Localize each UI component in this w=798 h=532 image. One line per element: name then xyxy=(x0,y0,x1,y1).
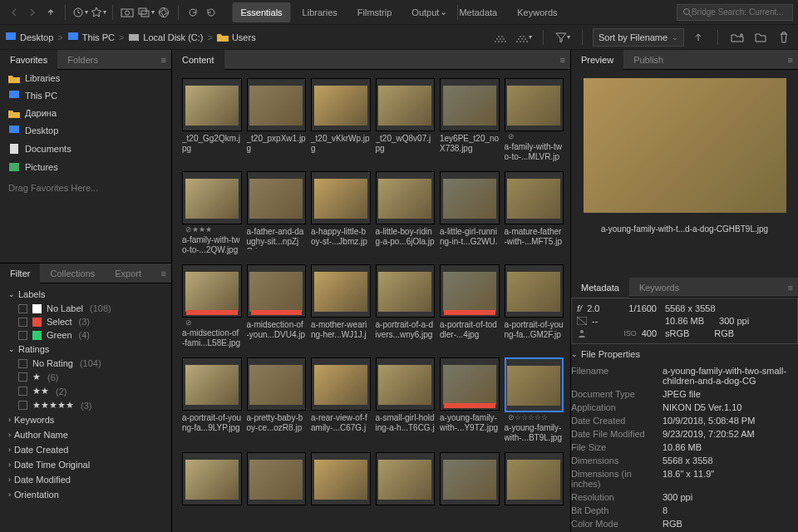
breadcrumb-item[interactable]: Desktop xyxy=(5,32,53,43)
workspace-libraries[interactable]: Libraries xyxy=(294,2,346,22)
checkbox[interactable] xyxy=(18,331,27,340)
thumbnail[interactable]: a-small-girl-holding-a-h...T6CG.jpg xyxy=(376,357,436,446)
tab-preview[interactable]: Preview xyxy=(571,50,623,70)
thumbnail[interactable]: _t20_wQ8v07.jpg xyxy=(376,78,436,165)
thumbnail[interactable]: _t20_Gg2Qkm.jpg xyxy=(182,78,242,165)
get-photos-button[interactable] xyxy=(118,3,136,22)
thumbnail[interactable]: a-midsection-of-youn...DVU4.jpg xyxy=(247,264,307,351)
tab-keywords[interactable]: Keywords xyxy=(629,278,689,298)
workspace-filmstrip[interactable]: Filmstrip xyxy=(349,2,401,22)
thumbnail[interactable]: a-portrait-of-a-divers...wny6.jpg xyxy=(376,264,436,351)
panel-menu-button[interactable]: ≡ xyxy=(555,55,570,65)
thumbnail[interactable]: ⊘a-family-with-two-to-...MLVR.jpg xyxy=(505,78,564,165)
thumbnail[interactable]: a-portrait-of-toddler-...4jpg xyxy=(440,264,500,351)
thumbnail[interactable]: a-young-family-with-...Y9TZ.jpg xyxy=(440,357,500,446)
tab-collections[interactable]: Collections xyxy=(40,264,105,283)
thumbnail[interactable] xyxy=(376,452,436,530)
favorite-item[interactable]: Desktop xyxy=(0,121,171,140)
workspace-essentials[interactable]: Essentials xyxy=(232,2,290,22)
panel-menu-button[interactable]: ≡ xyxy=(783,283,798,293)
checkbox[interactable] xyxy=(18,304,27,313)
filter-label-row[interactable]: Select(3) xyxy=(0,315,171,328)
search-input[interactable] xyxy=(692,7,787,17)
thumbnail[interactable]: ⊘☆☆☆☆☆a-young-family-with-...BT9L.jpg xyxy=(505,357,564,446)
preview-image[interactable] xyxy=(584,78,786,213)
thumbnail[interactable]: _t20_pxpXw1.jpg xyxy=(247,78,307,165)
thumbnail-quality-menu[interactable]: ▾ xyxy=(515,28,533,47)
filter-label-row[interactable]: No Label(108) xyxy=(0,302,171,315)
breadcrumb-item[interactable]: This PC xyxy=(67,32,115,43)
new-folder-button[interactable] xyxy=(728,28,746,47)
tab-metadata[interactable]: Metadata xyxy=(571,278,629,298)
filter-rating-row[interactable]: No Rating(104) xyxy=(0,357,171,370)
back-button[interactable] xyxy=(5,3,23,22)
filter-rating-row[interactable]: ★(6) xyxy=(0,370,171,384)
workspace-keywords[interactable]: Keywords xyxy=(509,2,565,22)
panel-menu-button[interactable]: ≡ xyxy=(783,55,798,65)
up-button[interactable] xyxy=(42,3,60,22)
filter-section-header[interactable]: ›Date Created xyxy=(0,442,171,457)
sort-asc-button[interactable] xyxy=(689,28,707,47)
filter-label-row[interactable]: Green(4) xyxy=(0,328,171,342)
favorite-item[interactable]: Дарина xyxy=(0,105,171,121)
thumbnail[interactable]: a-little-boy-riding-a-po...6jOla.jpg xyxy=(376,171,436,258)
filter-rating-row[interactable]: ★★(2) xyxy=(0,384,171,398)
open-camera-raw-button[interactable]: ▾ xyxy=(136,3,155,22)
thumbnail[interactable]: a-portrait-of-young-fa...9LYP.jpg xyxy=(182,357,242,446)
thumbnail[interactable]: a-mother-wearing-her...WJ1J.jpg xyxy=(311,264,371,351)
search-box[interactable] xyxy=(677,4,793,21)
thumbnail[interactable] xyxy=(182,452,242,530)
rotate-ccw-button[interactable] xyxy=(184,3,202,22)
checkbox[interactable] xyxy=(18,387,27,396)
checkbox[interactable] xyxy=(18,401,27,410)
filter-section-header[interactable]: ›Date Time Original xyxy=(0,457,171,472)
filter-section-header[interactable]: ›Orientation xyxy=(0,487,171,502)
tab-filter[interactable]: Filter xyxy=(0,264,40,283)
favorites-button[interactable]: ▾ xyxy=(89,3,107,22)
forward-button[interactable] xyxy=(23,3,42,22)
tab-folders[interactable]: Folders xyxy=(57,50,108,70)
open-recent-button[interactable] xyxy=(751,28,770,47)
favorite-item[interactable]: Documents xyxy=(0,140,171,158)
panel-menu-button[interactable]: ≡ xyxy=(156,268,171,278)
tab-publish[interactable]: Publish xyxy=(623,50,673,70)
file-properties-header[interactable]: ⌄File Properties xyxy=(571,344,798,364)
thumbnail[interactable] xyxy=(311,452,371,530)
filter-rating-row[interactable]: ★★★★★(3) xyxy=(0,398,171,412)
workspace-output[interactable]: Output xyxy=(403,2,447,22)
tab-favorites[interactable]: Favorites xyxy=(0,50,57,70)
checkbox[interactable] xyxy=(18,318,27,327)
checkbox[interactable] xyxy=(18,372,27,382)
filter-section-header[interactable]: ›Keywords xyxy=(0,412,171,427)
panel-menu-button[interactable]: ≡ xyxy=(156,55,171,65)
favorite-item[interactable]: Pictures xyxy=(0,158,171,176)
workspace-metadata[interactable]: Metadata xyxy=(451,2,505,22)
thumbnail[interactable] xyxy=(505,452,564,530)
thumbnail[interactable]: a-father-and-daughy-sit...npZjQ.jpg xyxy=(247,171,307,258)
thumbnail[interactable]: 1ey6PE_t20_noX738.jpg xyxy=(440,78,500,165)
thumbnail[interactable]: a-rear-view-of-family-...C67G.jpg xyxy=(311,357,371,446)
thumbnail[interactable]: a-portrait-of-young-fa...GM2F.jpg xyxy=(505,264,564,351)
favorite-item[interactable]: This PC xyxy=(0,86,171,105)
thumbnail[interactable]: ⊘a-midsection-of-fami...L58E.jpg xyxy=(182,264,242,351)
filter-section-header[interactable]: ›Date Modified xyxy=(0,472,171,487)
favorite-item[interactable]: Libraries xyxy=(0,70,171,86)
filter-section-header[interactable]: ›Author Name xyxy=(0,427,171,442)
thumbnail[interactable]: a-pretty-baby-boy-ce...ozR8.jpg xyxy=(247,357,307,446)
filter-button[interactable]: ▾ xyxy=(554,28,572,47)
tab-export[interactable]: Export xyxy=(105,264,151,283)
thumbnail[interactable] xyxy=(247,452,307,530)
filter-section-header[interactable]: ⌄Labels xyxy=(0,287,171,302)
checkbox[interactable] xyxy=(18,359,27,368)
thumbnail[interactable]: a-little-girl-running-in-t...G2WU.jpg xyxy=(440,171,500,258)
tab-content[interactable]: Content xyxy=(172,50,224,70)
thumbnail-quality-button[interactable] xyxy=(491,28,510,47)
refine-button[interactable] xyxy=(155,3,173,22)
filter-section-header[interactable]: ⌄Ratings xyxy=(0,342,171,357)
breadcrumb-item[interactable]: Local Disk (C:) xyxy=(128,32,203,43)
trash-button[interactable] xyxy=(775,28,793,47)
sort-dropdown[interactable]: Sort by Filename ⌄ xyxy=(593,28,684,47)
thumbnail[interactable]: ⊘★★★a-family-with-two-to-...2QW.jpg xyxy=(182,171,242,258)
thumbnail[interactable]: a-mature-father-with-...MFT5.jpg xyxy=(505,171,564,258)
thumbnail[interactable] xyxy=(440,452,500,530)
